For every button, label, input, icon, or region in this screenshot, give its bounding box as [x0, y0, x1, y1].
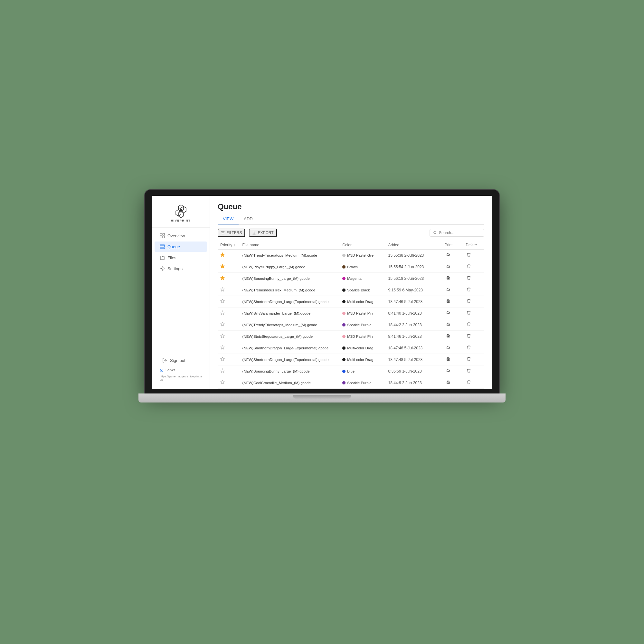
delete-button[interactable]	[466, 333, 472, 340]
star-button[interactable]	[220, 276, 225, 281]
added-cell: 18:44:2 2-Jun-2023	[386, 319, 442, 331]
filename-cell: (NEW)PlayfulPuppy_Large_(M).gcode	[240, 261, 340, 273]
print-button[interactable]	[445, 345, 452, 351]
sidebar-item-signout[interactable]: Sign out	[157, 355, 204, 365]
svg-point-46	[449, 324, 449, 324]
print-button[interactable]	[445, 252, 452, 259]
app-name: HIVEPRINT	[171, 219, 191, 222]
signout-icon	[162, 358, 167, 363]
filters-button[interactable]: FILTERS	[218, 229, 245, 237]
table-row: (NEW)TrendyTriceratops_Medium_(M).gcode …	[218, 319, 484, 331]
filename-cell: (NEW)BouncingBunny_Large_(M).gcode	[240, 273, 340, 284]
print-button[interactable]	[445, 356, 452, 363]
star-button[interactable]	[220, 264, 225, 269]
svg-rect-57	[447, 359, 449, 360]
star-button[interactable]	[220, 322, 225, 327]
sidebar-item-settings[interactable]: Settings	[155, 263, 207, 274]
delete-button[interactable]	[466, 368, 472, 374]
priority-cell	[218, 261, 240, 273]
print-cell	[442, 389, 463, 389]
star-button[interactable]	[220, 380, 225, 385]
toolbar: FILTERS EXPORT	[210, 225, 492, 241]
delete-button[interactable]	[466, 263, 472, 270]
priority-cell	[218, 377, 240, 389]
star-button[interactable]	[220, 299, 225, 304]
delete-button[interactable]	[466, 275, 472, 282]
export-button[interactable]: EXPORT	[249, 229, 277, 237]
star-button[interactable]	[220, 252, 225, 258]
files-label: Files	[167, 255, 176, 260]
print-cell	[442, 296, 463, 308]
server-icon	[160, 368, 164, 372]
delete-button[interactable]	[466, 298, 472, 305]
color-name: Brown	[347, 265, 358, 269]
svg-rect-21	[447, 255, 449, 256]
filename-cell: (NEW)TrendyTriceratops_Medium_(M).gcode	[240, 250, 340, 261]
filename-cell: (NEW)SillySalamander_Large_(M).gcode	[240, 308, 340, 319]
sidebar-item-files[interactable]: Files	[155, 252, 207, 263]
sidebar-bottom: Sign out Server https://gamergadgetry.hi…	[152, 355, 210, 384]
print-cell	[442, 365, 463, 377]
svg-rect-49	[447, 336, 449, 337]
star-button[interactable]	[220, 345, 225, 350]
svg-rect-65	[447, 383, 449, 384]
print-button[interactable]	[445, 321, 452, 328]
laptop-screen: HIVEPRINT Overview	[145, 190, 499, 393]
priority-cell	[218, 250, 240, 261]
svg-rect-9	[163, 233, 165, 235]
star-button[interactable]	[220, 357, 225, 362]
print-button[interactable]	[445, 333, 452, 340]
table-row: (NEW)BouncingBunny_Large_(M).gcode Magen…	[218, 273, 484, 284]
search-input[interactable]	[439, 231, 481, 235]
star-button[interactable]	[220, 334, 225, 339]
overview-icon	[160, 233, 165, 238]
delete-button[interactable]	[466, 287, 472, 293]
print-button[interactable]	[445, 298, 452, 305]
added-cell: 9:15:59 6-May-2023	[386, 284, 442, 296]
star-button[interactable]	[220, 310, 225, 316]
delete-button[interactable]	[466, 356, 472, 363]
priority-cell	[218, 308, 240, 319]
print-button[interactable]	[445, 287, 452, 293]
print-cell	[442, 342, 463, 354]
col-print: Print	[442, 241, 463, 250]
delete-button[interactable]	[466, 321, 472, 328]
star-button[interactable]	[220, 287, 225, 292]
sidebar: HIVEPRINT Overview	[152, 196, 210, 389]
page-header: Queue VIEW ADD	[210, 196, 492, 225]
svg-rect-7	[180, 212, 182, 213]
tab-add[interactable]: ADD	[239, 214, 258, 224]
svg-marker-39	[221, 311, 224, 315]
table-row: (NEW)TrendyTriceratops_Medium_(M).gcode …	[218, 389, 484, 389]
priority-cell	[218, 342, 240, 354]
priority-cell	[218, 389, 240, 389]
print-button[interactable]	[445, 310, 452, 317]
delete-button[interactable]	[466, 252, 472, 259]
tab-view[interactable]: VIEW	[218, 214, 239, 224]
added-cell: 18:47:46 5-Jul-2023	[386, 296, 442, 308]
table-row: (NEW)PlayfulPuppy_Large_(M).gcode Brown …	[218, 261, 484, 273]
star-button[interactable]	[220, 368, 225, 374]
print-button[interactable]	[445, 263, 452, 270]
sidebar-item-queue[interactable]: Queue	[155, 241, 207, 252]
added-cell: 15:56:18 2-Jun-2023	[386, 273, 442, 284]
svg-rect-41	[447, 313, 449, 314]
color-cell: Brown	[340, 261, 385, 273]
print-button[interactable]	[445, 379, 452, 386]
delete-cell	[463, 319, 484, 331]
filename-cell: (NEW)ShortnornDragon_Large(Experimental)…	[240, 296, 340, 308]
sidebar-item-overview[interactable]: Overview	[155, 231, 207, 241]
delete-button[interactable]	[466, 379, 472, 386]
delete-button[interactable]	[466, 345, 472, 351]
print-button[interactable]	[445, 275, 452, 282]
filename-cell: (NEW)StoicStegosaurus_Large_(M).gcode	[240, 331, 340, 342]
priority-cell	[218, 319, 240, 331]
delete-cell	[463, 331, 484, 342]
delete-button[interactable]	[466, 310, 472, 317]
svg-rect-53	[447, 348, 449, 349]
color-cell: Magenta	[340, 273, 385, 284]
svg-marker-19	[221, 253, 224, 257]
svg-rect-11	[163, 236, 165, 238]
print-button[interactable]	[445, 368, 452, 374]
col-priority[interactable]: Priority ↓	[218, 241, 240, 250]
